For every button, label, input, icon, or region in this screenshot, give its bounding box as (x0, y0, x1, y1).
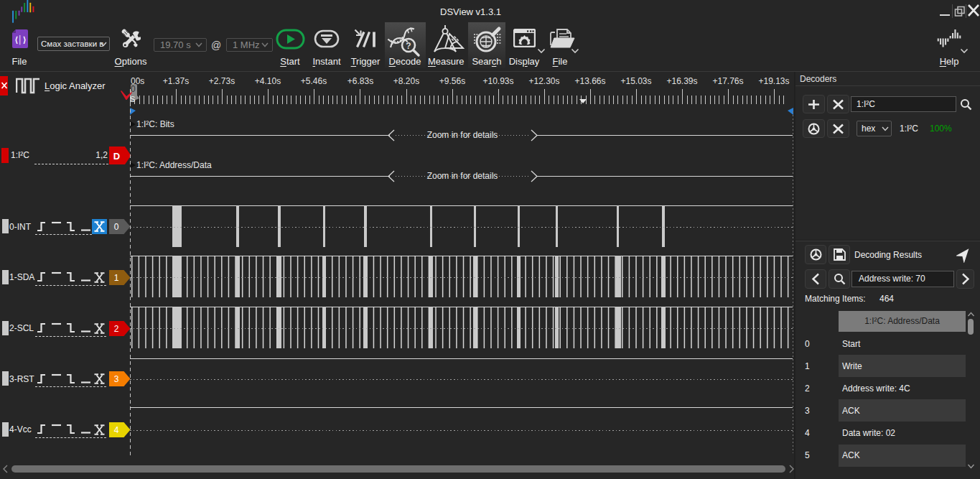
svg-text:4: 4 (114, 425, 119, 435)
svg-text:0: 0 (114, 222, 119, 232)
svg-text:⟨│⟩: ⟨│⟩ (15, 34, 26, 45)
svg-text:D: D (113, 150, 120, 161)
svg-text:3: 3 (114, 375, 119, 385)
svg-text:1: 1 (114, 273, 119, 283)
svg-text:?: ? (406, 41, 411, 51)
svg-text:2: 2 (114, 324, 119, 334)
